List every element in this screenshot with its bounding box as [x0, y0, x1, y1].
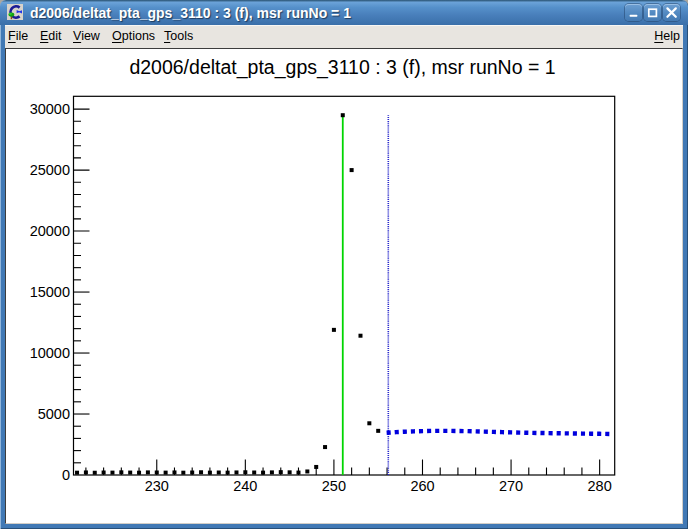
data-histogram	[75, 113, 380, 475]
svg-text:260: 260	[410, 477, 434, 493]
svg-text:230: 230	[145, 477, 169, 493]
menu-file[interactable]: File	[8, 25, 28, 48]
menu-edit[interactable]: Edit	[40, 25, 62, 48]
menu-help[interactable]: Help	[654, 25, 680, 48]
svg-text:250: 250	[322, 477, 346, 493]
menu-options[interactable]: Options	[112, 25, 155, 48]
axis-ticks	[74, 109, 600, 475]
close-icon	[663, 4, 680, 21]
svg-text:20000: 20000	[30, 223, 70, 239]
menu-view[interactable]: View	[73, 25, 100, 48]
root-canvas-window: d2006/deltat_pta_gps_3110 : 3 (f), msr r…	[0, 0, 688, 529]
menubar: File Edit View Options Tools Help	[5, 25, 683, 48]
close-button[interactable]	[663, 4, 680, 21]
menu-tools[interactable]: Tools	[164, 25, 193, 48]
svg-text:15000: 15000	[30, 284, 70, 300]
minimize-icon	[625, 4, 642, 21]
plot-frame	[74, 96, 615, 475]
svg-text:0: 0	[62, 467, 70, 483]
svg-text:240: 240	[233, 477, 257, 493]
minimize-button[interactable]	[625, 4, 642, 21]
root-canvas[interactable]: d2006/deltat_pta_gps_3110 : 3 (f), msr r…	[5, 48, 683, 525]
svg-text:5000: 5000	[38, 406, 70, 422]
svg-text:30000: 30000	[30, 101, 70, 117]
titlebar[interactable]: d2006/deltat_pta_gps_3110 : 3 (f), msr r…	[0, 0, 688, 25]
plot-title: d2006/deltat_pta_gps_3110 : 3 (f), msr r…	[129, 55, 555, 78]
maximize-icon	[644, 4, 661, 21]
svg-text:25000: 25000	[30, 162, 70, 178]
plot-area[interactable]: d2006/deltat_pta_gps_3110 : 3 (f), msr r…	[6, 49, 682, 523]
svg-text:10000: 10000	[30, 345, 70, 361]
maximize-button[interactable]	[644, 4, 661, 21]
svg-text:280: 280	[588, 477, 612, 493]
app-icon[interactable]	[7, 4, 23, 20]
theory-curve	[387, 430, 613, 433]
svg-text:270: 270	[499, 477, 523, 493]
window-title: d2006/deltat_pta_gps_3110 : 3 (f), msr r…	[30, 0, 351, 25]
